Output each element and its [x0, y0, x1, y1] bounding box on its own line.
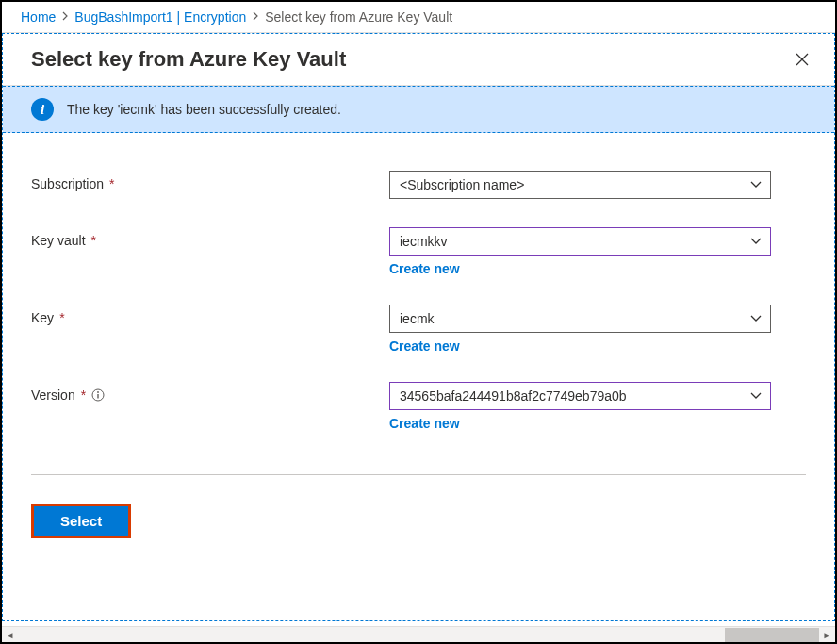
required-indicator: * — [81, 388, 86, 403]
subscription-row: Subscription * <Subscription name> — [31, 171, 806, 199]
keyvault-create-link[interactable]: Create new — [389, 261, 460, 276]
keyvault-row: Key vault * iecmkkv Create new — [31, 227, 806, 276]
chevron-down-icon — [749, 314, 763, 323]
scroll-left-arrow[interactable]: ◄ — [2, 627, 18, 643]
breadcrumb-current: Select key from Azure Key Vault — [265, 9, 452, 25]
subscription-label: Subscription * — [31, 171, 389, 191]
scroll-thumb[interactable] — [725, 628, 819, 642]
version-create-link[interactable]: Create new — [389, 416, 460, 431]
key-value: iecmk — [400, 311, 435, 326]
key-dropdown[interactable]: iecmk — [389, 305, 771, 333]
select-button[interactable]: Select — [31, 504, 131, 538]
close-icon — [795, 52, 810, 67]
key-row: Key * iecmk Create new — [31, 305, 806, 354]
breadcrumb: Home BugBashImport1 | Encryption Select … — [2, 2, 835, 33]
info-message: The key 'iecmk' has been successfully cr… — [67, 102, 341, 117]
version-label: Version * — [31, 382, 389, 403]
breadcrumb-encryption[interactable]: BugBashImport1 | Encryption — [74, 9, 246, 25]
key-create-link[interactable]: Create new — [389, 339, 460, 354]
svg-rect-2 — [97, 394, 98, 399]
required-indicator: * — [109, 176, 114, 191]
panel-header: Select key from Azure Key Vault — [3, 34, 834, 86]
panel: Select key from Azure Key Vault i The ke… — [2, 33, 835, 621]
info-tooltip-icon[interactable] — [91, 388, 105, 402]
required-indicator: * — [59, 310, 64, 325]
chevron-down-icon — [749, 391, 763, 401]
scroll-right-arrow[interactable]: ► — [819, 627, 835, 643]
keyvault-dropdown[interactable]: iecmkkv — [389, 227, 771, 256]
info-icon: i — [31, 98, 54, 121]
chevron-down-icon — [749, 237, 763, 246]
version-value: 34565bafa244491b8af2c7749eb79a0b — [400, 388, 627, 404]
chevron-right-icon — [252, 10, 259, 24]
breadcrumb-home[interactable]: Home — [21, 9, 56, 25]
keyvault-value: iecmkkv — [400, 234, 448, 249]
version-row: Version * 34565bafa244491b8af2c7749eb79a… — [31, 382, 806, 431]
footer: Select — [3, 475, 834, 567]
form-area: Subscription * <Subscription name> Key v… — [3, 133, 834, 469]
page-title: Select key from Azure Key Vault — [31, 47, 346, 72]
svg-point-1 — [97, 391, 99, 393]
subscription-dropdown[interactable]: <Subscription name> — [389, 171, 771, 199]
required-indicator: * — [91, 233, 96, 248]
version-dropdown[interactable]: 34565bafa244491b8af2c7749eb79a0b — [389, 382, 771, 410]
chevron-right-icon — [61, 10, 69, 24]
close-button[interactable] — [793, 50, 812, 69]
key-label: Key * — [31, 305, 389, 325]
subscription-value: <Subscription name> — [400, 177, 524, 192]
info-bar: i The key 'iecmk' has been successfully … — [3, 86, 834, 133]
keyvault-label: Key vault * — [31, 227, 389, 248]
horizontal-scrollbar[interactable]: ◄ ► — [2, 626, 835, 642]
chevron-down-icon — [749, 180, 763, 190]
